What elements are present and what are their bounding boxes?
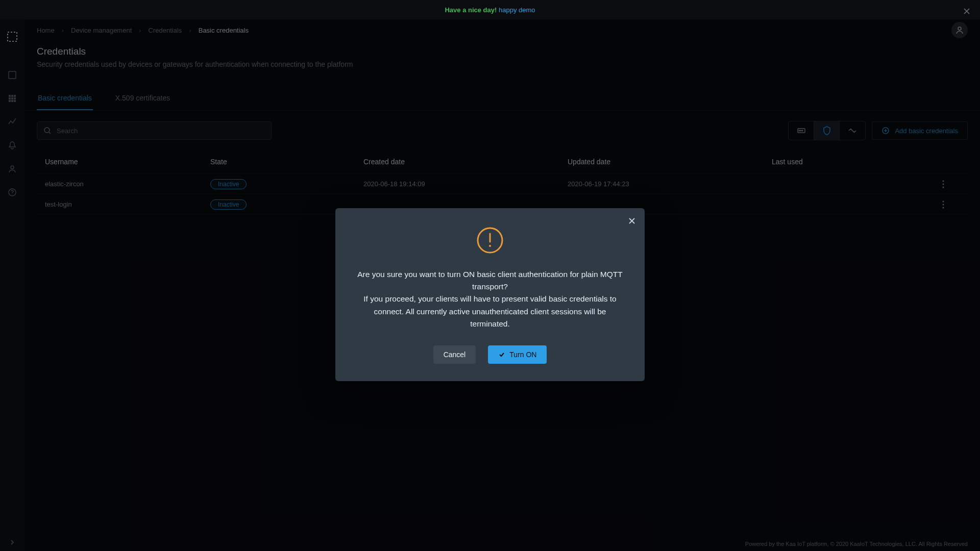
dialog-line2: If you proceed, your clients will have t… <box>356 293 624 330</box>
confirm-dialog: Are you sure you want to turn ON basic c… <box>335 208 645 381</box>
top-banner: Have a nice day! happy demo <box>0 0 980 19</box>
modal-overlay[interactable]: Are you sure you want to turn ON basic c… <box>0 19 980 551</box>
cancel-button[interactable]: Cancel <box>433 345 476 364</box>
dialog-message: Are you sure you want to turn ON basic c… <box>356 268 624 330</box>
close-icon[interactable] <box>627 216 636 226</box>
warning-icon <box>356 227 624 254</box>
banner-greeting: Have a nice day! <box>445 6 497 14</box>
close-icon[interactable] <box>963 7 971 15</box>
check-icon <box>498 351 505 358</box>
turn-on-button[interactable]: Turn ON <box>488 345 547 364</box>
banner-link[interactable]: happy demo <box>499 6 535 14</box>
dialog-actions: Cancel Turn ON <box>356 345 624 364</box>
turn-on-label: Turn ON <box>509 350 536 359</box>
svg-point-27 <box>489 245 491 247</box>
dialog-line1: Are you sure you want to turn ON basic c… <box>356 268 624 293</box>
